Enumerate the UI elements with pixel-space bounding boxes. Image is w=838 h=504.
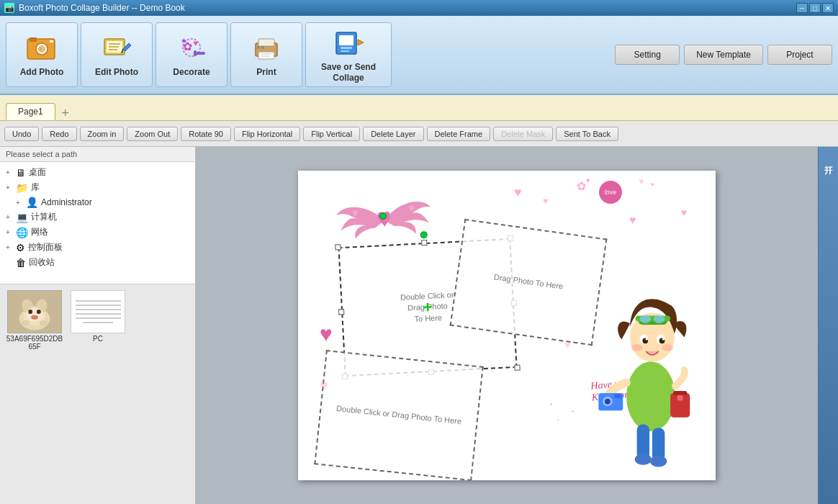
- svg-point-65: [640, 315, 652, 323]
- heart-scatter-5: ♥: [651, 181, 654, 188]
- add-photo-icon: +: [24, 32, 60, 64]
- print-icon: [248, 32, 284, 64]
- app-icon: 📷: [4, 3, 14, 13]
- svg-point-66: [654, 315, 665, 323]
- svg-point-41: [40, 320, 48, 326]
- svg-rect-1: [30, 37, 37, 42]
- print-label: Print: [256, 67, 276, 77]
- path-label: Please select a path: [0, 147, 195, 162]
- thumb-doc-label: PC: [93, 335, 103, 343]
- tree-item-library[interactable]: + 📁 库: [3, 180, 192, 195]
- heart-scatter-3: ♥: [586, 176, 590, 184]
- title-bar: 📷 Boxoft Photo Collage Builder -- Demo B…: [0, 0, 838, 16]
- send-collage-button[interactable]: Save or SendCollage: [305, 22, 392, 87]
- new-template-button[interactable]: New Template: [684, 45, 763, 65]
- page1-tab[interactable]: Page1: [6, 103, 55, 120]
- decorate-button[interactable]: ✿ ♥ ★ Decorate: [156, 22, 227, 87]
- tree-item-control-panel[interactable]: + ⚙ 控制面板: [3, 240, 192, 255]
- tree-item-recycle[interactable]: 🗑 回收站: [3, 255, 192, 270]
- expand-icon: +: [6, 168, 16, 176]
- flip-horizontal-button[interactable]: Flip Horizontal: [234, 127, 300, 141]
- close-button[interactable]: ✕: [822, 3, 834, 13]
- expand-icon: +: [6, 228, 16, 236]
- edit-toolbar: Undo Redo Zoom in Zoom Out Rotate 90 Fli…: [0, 121, 838, 147]
- svg-point-61: [631, 344, 643, 351]
- tree-item-computer[interactable]: + 💻 计算机: [3, 210, 192, 225]
- scatter-dot: •: [550, 400, 553, 408]
- add-photo-label: Add Photo: [20, 67, 64, 77]
- svg-point-42: [626, 361, 675, 431]
- svg-rect-52: [673, 391, 687, 395]
- project-button[interactable]: Project: [767, 45, 832, 65]
- photo-frame-3[interactable]: Drag Photo To Here: [450, 219, 608, 346]
- heart-scatter-6: ♥: [681, 207, 687, 218]
- scatter-dot2: •: [572, 408, 575, 415]
- heart-decoration-left: ♥: [320, 322, 333, 346]
- svg-point-46: [650, 456, 667, 467]
- svg-point-39: [31, 315, 38, 320]
- minimize-button[interactable]: ─: [796, 3, 808, 13]
- svg-rect-20: [258, 39, 274, 46]
- add-photo-button[interactable]: + Add Photo: [6, 22, 78, 87]
- toolbar-action-buttons: Setting New Template Project: [615, 45, 832, 65]
- svg-point-37: [28, 310, 32, 314]
- frame3-drag-text: Drag Photo To Here: [493, 272, 564, 293]
- handle-br[interactable]: [514, 364, 520, 370]
- add-tab-button[interactable]: +: [58, 106, 73, 120]
- send-collage-icon: [330, 27, 366, 59]
- window-controls: ─ □ ✕: [796, 3, 834, 13]
- canvas-area[interactable]: ♥ ♥ ♥ ♥ ♥ ♥: [196, 147, 818, 504]
- sent-to-back-button[interactable]: Sent To Back: [556, 127, 618, 141]
- photo-frame-2[interactable]: Double Click or Drag Photo To Here: [314, 350, 484, 480]
- maximize-button[interactable]: □: [809, 3, 821, 13]
- scatter-flower-1: ✿: [577, 179, 586, 193]
- handle-ml[interactable]: [338, 309, 344, 315]
- tree-label-control-panel: 控制面板: [28, 241, 63, 253]
- delete-frame-button[interactable]: Delete Frame: [427, 127, 491, 141]
- collage-canvas: ♥ ♥ ♥ ♥ ♥ ♥: [298, 171, 716, 480]
- svg-rect-18: [194, 50, 197, 56]
- scatter-dot3: •: [557, 416, 559, 423]
- decorate-icon: ✿ ♥ ★: [174, 32, 210, 64]
- tree-label-desktop: 桌面: [29, 166, 46, 179]
- add-cross-icon: +: [423, 298, 433, 318]
- print-button[interactable]: Print: [230, 22, 302, 87]
- scatter-heart-bl: ♥: [320, 377, 328, 394]
- rotate90-button[interactable]: Rotate 90: [181, 127, 231, 141]
- svg-text:★: ★: [181, 37, 187, 45]
- svg-point-45: [635, 454, 652, 465]
- heart-scatter-1: ♥: [514, 185, 522, 200]
- edit-photo-button[interactable]: Edit Photo: [81, 22, 153, 87]
- send-collage-label: Save or SendCollage: [321, 62, 376, 83]
- right-panel-open-text[interactable]: 打开: [819, 153, 837, 167]
- flip-vertical-button[interactable]: Flip Vertical: [303, 127, 360, 141]
- svg-rect-53: [677, 395, 683, 401]
- expand-icon: +: [6, 184, 16, 192]
- expand-icon: [6, 258, 16, 266]
- thumbnail-dog[interactable]: 53A69F695D2DB65F: [6, 290, 63, 351]
- tree-item-network[interactable]: + 🌐 网络: [3, 225, 192, 240]
- tree-label-admin: Administrator: [41, 197, 92, 207]
- zoom-in-button[interactable]: Zoom in: [80, 127, 125, 141]
- svg-point-59: [646, 338, 648, 341]
- svg-point-40: [22, 320, 30, 326]
- heart-scatter-2: ♥: [543, 196, 548, 206]
- tree-item-admin[interactable]: + 👤 Administrator: [3, 195, 192, 210]
- undo-button[interactable]: Undo: [4, 127, 39, 141]
- tree-item-desktop[interactable]: + 🖥 桌面: [3, 165, 192, 180]
- edit-photo-icon: [99, 32, 135, 64]
- love-badge: love: [599, 181, 622, 204]
- rotation-handle-wings[interactable]: [379, 212, 387, 220]
- delete-layer-button[interactable]: Delete Layer: [363, 127, 423, 141]
- thumbnail-pc[interactable]: PC: [69, 290, 127, 351]
- zoom-out-button[interactable]: Zoom Out: [127, 127, 178, 141]
- svg-point-23: [261, 46, 264, 49]
- svg-point-60: [662, 338, 664, 341]
- file-tree[interactable]: + 🖥 桌面 + 📁 库 + 👤 Administrator + 💻 计算机 +: [0, 162, 195, 284]
- setting-button[interactable]: Setting: [615, 45, 680, 65]
- redo-button[interactable]: Redo: [42, 127, 76, 141]
- tree-label-recycle: 回收站: [29, 256, 55, 269]
- cartoon-girl-decoration: [593, 257, 708, 480]
- expand-icon: +: [6, 243, 16, 251]
- delete-mask-button[interactable]: Delete Mask: [493, 127, 553, 141]
